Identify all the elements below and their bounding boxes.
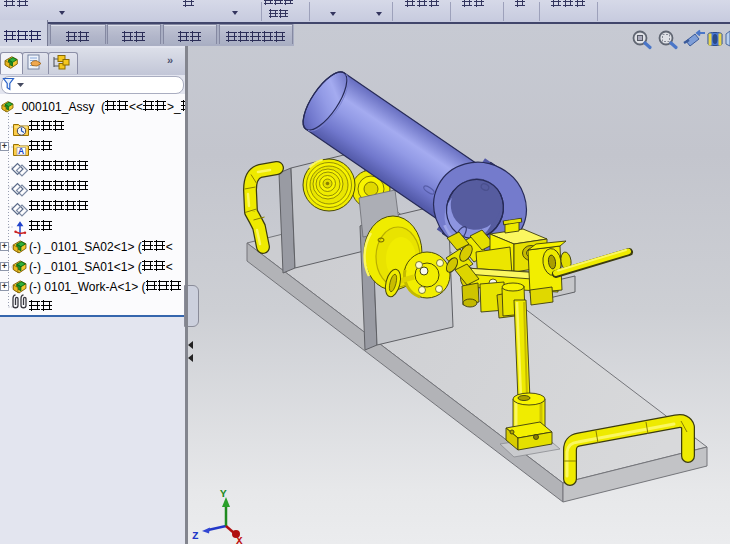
svg-text:Y: Y: [220, 488, 227, 500]
svg-text:A: A: [18, 146, 24, 156]
svg-text:X: X: [236, 535, 243, 544]
svg-text:Z: Z: [192, 530, 199, 542]
